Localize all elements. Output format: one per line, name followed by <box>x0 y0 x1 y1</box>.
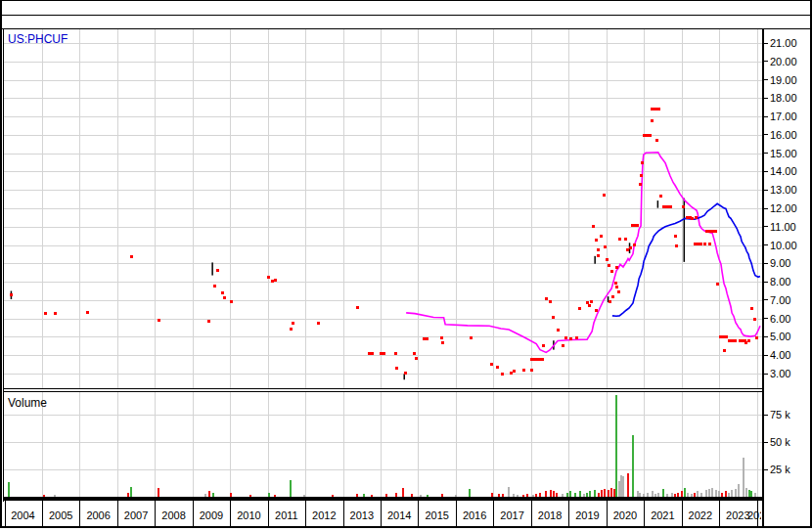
svg-text:25 k: 25 k <box>770 464 790 475</box>
svg-text:2005: 2005 <box>49 509 72 521</box>
svg-text:19.00: 19.00 <box>770 74 797 86</box>
svg-text:2008: 2008 <box>161 509 185 521</box>
svg-text:2022: 2022 <box>689 509 712 521</box>
svg-text:21.00: 21.00 <box>770 37 797 49</box>
svg-text:3.00: 3.00 <box>770 368 790 379</box>
svg-text:16.00: 16.00 <box>770 129 797 141</box>
svg-text:2023: 2023 <box>726 509 749 521</box>
svg-text:2011: 2011 <box>275 509 298 521</box>
svg-text:2016: 2016 <box>463 509 486 521</box>
svg-text:7.00: 7.00 <box>770 294 790 306</box>
svg-text:14.00: 14.00 <box>770 165 797 177</box>
svg-text:2018: 2018 <box>538 509 562 521</box>
svg-text:2009: 2009 <box>200 509 223 521</box>
svg-text:2020: 2020 <box>613 509 637 521</box>
svg-text:2010: 2010 <box>237 509 260 521</box>
svg-text:15.00: 15.00 <box>770 148 797 159</box>
svg-text:8.00: 8.00 <box>770 276 790 288</box>
svg-text:2012: 2012 <box>312 509 336 521</box>
svg-text:2004: 2004 <box>11 509 34 521</box>
svg-text:2015: 2015 <box>425 509 448 521</box>
svg-text:17.00: 17.00 <box>770 111 797 122</box>
svg-text:12.00: 12.00 <box>770 202 797 214</box>
svg-text:2019: 2019 <box>575 509 599 521</box>
svg-text:2006: 2006 <box>86 509 110 521</box>
svg-text:18.00: 18.00 <box>770 92 797 104</box>
svg-text:50 k: 50 k <box>770 436 790 448</box>
svg-text:13.00: 13.00 <box>770 184 797 196</box>
stockwatch-historic-chart-window: Historic Chart for US:PHCUF by Stockwatc… <box>0 0 812 531</box>
year-axis-labels: 2004200520062007200820092010201120122013… <box>11 509 771 521</box>
svg-text:5.00: 5.00 <box>770 331 790 342</box>
svg-text:2007: 2007 <box>124 509 148 521</box>
svg-text:11.00: 11.00 <box>770 221 796 233</box>
svg-text:9.00: 9.00 <box>770 257 790 269</box>
svg-text:6.00: 6.00 <box>770 313 790 325</box>
svg-text:10.00: 10.00 <box>770 240 797 251</box>
svg-text:75 k: 75 k <box>770 409 790 420</box>
svg-text:20.00: 20.00 <box>770 56 797 67</box>
svg-text:4.00: 4.00 <box>770 349 790 361</box>
svg-text:2017: 2017 <box>500 509 523 521</box>
svg-text:2013: 2013 <box>350 509 374 521</box>
historic-chart-canvas: 21.0020.0019.0018.0017.0016.0015.0014.00… <box>0 0 812 531</box>
svg-text:2021: 2021 <box>651 509 674 521</box>
svg-text:2014: 2014 <box>387 509 411 521</box>
